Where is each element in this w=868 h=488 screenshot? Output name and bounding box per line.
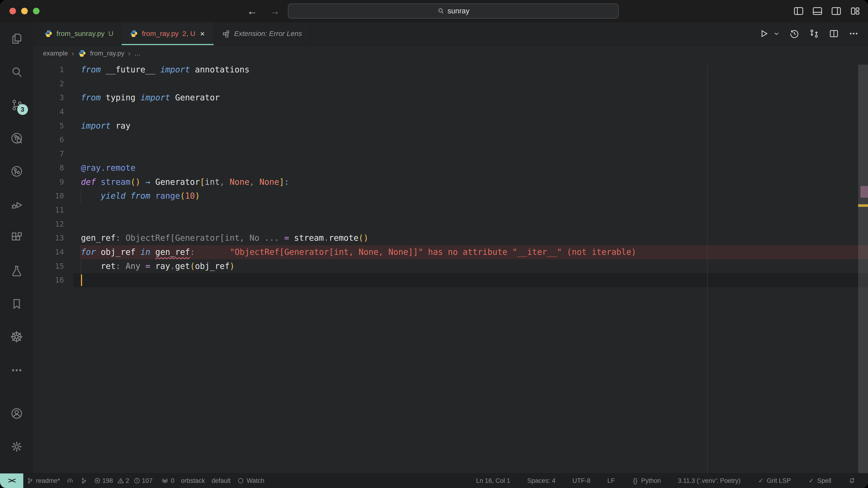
command-center-search[interactable]: sunray <box>288 3 619 19</box>
statusbar-spell[interactable]: ✓Spell <box>805 474 835 488</box>
statusbar-ports[interactable]: 0 <box>158 474 178 488</box>
statusbar-orbstack[interactable]: orbstack <box>178 474 208 488</box>
statusbar-notifications[interactable] <box>845 474 859 488</box>
run-python-file-icon[interactable] <box>758 28 769 39</box>
more-actions-icon[interactable] <box>848 28 859 39</box>
statusbar-indentation[interactable]: Spaces: 4 <box>524 474 559 488</box>
line-number[interactable]: 12 <box>33 217 64 231</box>
activitybar-item-gitlens[interactable] <box>9 132 24 145</box>
activitybar-item-kubernetes[interactable]: ☸ <box>9 330 24 344</box>
code-token: stream <box>101 177 130 187</box>
line-number[interactable]: 11 <box>33 203 64 217</box>
zoom-window-button[interactable] <box>33 8 39 14</box>
breadcrumb-file[interactable]: from_ray.py <box>90 50 124 57</box>
line-number[interactable]: 5 <box>33 119 64 133</box>
statusbar-kube-context[interactable]: default <box>208 474 234 488</box>
line-number[interactable]: 10 <box>33 189 64 203</box>
code-token: remote <box>329 233 359 242</box>
code-token: obj_ref <box>195 261 230 271</box>
statusbar-sync[interactable] <box>63 474 77 488</box>
statusbar-source-control-graph[interactable] <box>77 474 91 488</box>
code-line-13[interactable]: 13gen_ref: ObjectRef[Generator[int, No .… <box>33 231 868 245</box>
line-number[interactable]: 8 <box>33 161 64 175</box>
activitybar-item-testing[interactable] <box>9 264 24 278</box>
code-token: ray <box>150 261 170 271</box>
customize-layout-icon[interactable] <box>849 5 861 17</box>
split-editor-icon[interactable] <box>829 28 839 39</box>
statusbar-watch[interactable]: Watch <box>234 474 268 488</box>
code-line-1[interactable]: 1from __future__ import annotations <box>33 63 868 77</box>
code-line-3[interactable]: 3from typing import Generator <box>33 91 868 105</box>
code-line-12[interactable]: 12 <box>33 217 868 231</box>
breadcrumb-folder[interactable]: example <box>43 50 68 57</box>
code-token <box>279 233 284 242</box>
activitybar-item-source-control[interactable]: 3 <box>9 98 24 112</box>
code-line-5[interactable]: 5import ray <box>33 119 868 133</box>
code-line-16[interactable]: 16 <box>33 273 868 287</box>
code-line-7[interactable]: 7 <box>33 147 868 161</box>
statusbar-encoding[interactable]: UTF-8 <box>569 474 594 488</box>
activitybar-item-run-debug[interactable] <box>9 198 24 211</box>
activitybar-item-extensions[interactable] <box>9 231 24 244</box>
code-line-8[interactable]: 8@ray.remote <box>33 161 868 175</box>
line-number[interactable]: 6 <box>33 133 64 147</box>
toggle-panel-icon[interactable] <box>811 5 823 17</box>
toggle-secondary-sidebar-icon[interactable] <box>830 5 842 17</box>
code-token: . <box>324 233 329 242</box>
activitybar-item-git-graph[interactable] <box>9 165 24 178</box>
code-line-10[interactable]: 10 yield from range(10) <box>33 189 868 203</box>
statusbar-branch-label: readme* <box>36 477 60 485</box>
back-icon[interactable]: ← <box>247 6 257 16</box>
breadcrumb-symbol[interactable]: … <box>134 50 141 57</box>
code-line-15[interactable]: 15 ret: Any = ray.get(obj_ref) <box>33 259 868 273</box>
statusbar-problems[interactable]: 1982107 <box>91 474 158 488</box>
activitybar-item-accounts[interactable] <box>9 407 24 420</box>
bookmarks-icon <box>10 297 23 311</box>
line-number[interactable]: 15 <box>33 259 64 273</box>
code-line-11[interactable]: 11 <box>33 203 868 217</box>
line-number[interactable]: 16 <box>33 273 64 287</box>
code-line-2[interactable]: 2 <box>33 77 868 91</box>
activitybar-item-settings[interactable] <box>9 440 24 453</box>
minimize-window-button[interactable] <box>21 8 28 14</box>
code-line-4[interactable]: 4 <box>33 105 868 119</box>
line-number[interactable]: 1 <box>33 63 64 77</box>
statusbar-language-mode[interactable]: {}Python <box>628 474 664 488</box>
code-line-9[interactable]: 9def stream() → Generator[int, None, Non… <box>33 175 868 189</box>
line-number[interactable]: 13 <box>33 231 64 245</box>
toggle-primary-sidebar-icon[interactable] <box>793 5 805 17</box>
scrollbar[interactable] <box>858 65 868 473</box>
line-number[interactable]: 9 <box>33 175 64 189</box>
code-token: 10 <box>185 191 195 200</box>
code-token: typing <box>101 93 141 102</box>
activitybar-item-search[interactable] <box>9 65 24 78</box>
close-window-button[interactable] <box>9 8 16 14</box>
tab-from-ray[interactable]: from_ray.py 2, U × <box>122 22 214 45</box>
line-number[interactable]: 3 <box>33 91 64 105</box>
code-line-14[interactable]: 14for obj_ref in gen_ref:"ObjectRef[Gene… <box>33 245 868 259</box>
line-number[interactable]: 14 <box>33 245 64 259</box>
code-token: ( <box>190 261 195 271</box>
tab-from-sunray[interactable]: from_sunray.py U <box>36 22 122 45</box>
code-editor[interactable]: 1from __future__ import annotations23fro… <box>33 61 868 473</box>
statusbar-grit-lsp[interactable]: ✓Grit LSP <box>754 474 794 488</box>
statusbar-python-interpreter[interactable]: 3.11.3 ('.venv': Poetry) <box>674 474 744 488</box>
tab-extension-error-lens[interactable]: Extension: Error Lens <box>214 22 310 45</box>
line-number[interactable]: 2 <box>33 77 64 91</box>
line-number[interactable]: 4 <box>33 105 64 119</box>
statusbar-cursor-position[interactable]: Ln 16, Col 1 <box>473 474 514 488</box>
compare-changes-icon[interactable] <box>809 28 819 39</box>
statusbar-eol[interactable]: LF <box>604 474 618 488</box>
forward-icon[interactable]: → <box>270 6 280 16</box>
activitybar-item-more[interactable] <box>9 364 24 377</box>
activitybar-item-bookmarks[interactable] <box>9 297 24 311</box>
code-token: range <box>155 191 180 200</box>
statusbar-branch[interactable]: readme* <box>23 474 63 488</box>
code-line-6[interactable]: 6 <box>33 133 868 147</box>
remote-indicator[interactable]: >< <box>0 474 23 488</box>
close-tab-icon[interactable]: × <box>199 29 206 38</box>
line-number[interactable]: 7 <box>33 147 64 161</box>
timeline-history-icon[interactable] <box>789 28 800 39</box>
run-dropdown-chevron-icon[interactable] <box>773 30 780 37</box>
activitybar-item-explorer[interactable] <box>9 32 24 45</box>
